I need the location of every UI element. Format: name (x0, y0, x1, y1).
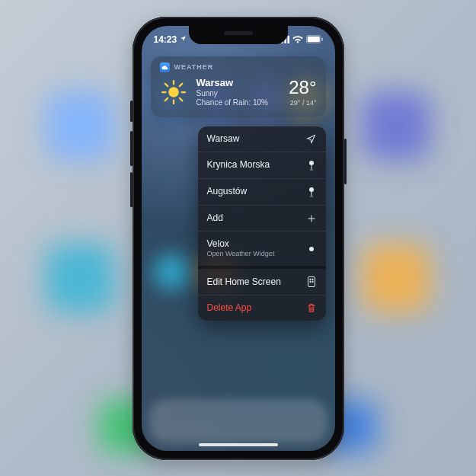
svg-point-25 (309, 279, 311, 280)
svg-point-7 (168, 87, 179, 97)
svg-line-13 (179, 98, 181, 101)
svg-line-15 (179, 84, 181, 86)
trash-icon (306, 303, 317, 313)
location-arrow-icon (306, 134, 317, 144)
menu-item-label: Augustów (207, 187, 248, 196)
menu-item-add[interactable]: Add (198, 206, 326, 232)
svg-rect-17 (311, 165, 311, 169)
svg-rect-3 (287, 36, 289, 43)
plus-icon (306, 214, 317, 223)
sun-icon (160, 78, 187, 106)
weather-temperature: 28° (289, 78, 316, 97)
widget-app-label: WEATHER (174, 63, 214, 71)
weather-rain-chance: Chance of Rain: 10% (196, 98, 280, 108)
screen: 14:23 (142, 26, 335, 451)
location-services-icon (180, 35, 187, 43)
dot-icon (306, 247, 317, 251)
svg-rect-20 (311, 191, 311, 196)
dock-blur (149, 399, 327, 443)
svg-rect-24 (308, 277, 315, 287)
pin-icon (306, 160, 317, 171)
notch (189, 26, 288, 44)
menu-item-label: Add (207, 213, 223, 223)
weather-condition: Sunny (196, 89, 280, 99)
menu-item-augustow[interactable]: Augustów (198, 179, 326, 206)
menu-item-velox[interactable]: Velox Open Weather Widget (198, 232, 326, 269)
menu-item-krynica[interactable]: Krynica Morska (198, 152, 326, 179)
weather-app-icon (160, 62, 170, 72)
svg-line-14 (165, 98, 167, 101)
svg-point-18 (309, 169, 313, 171)
context-menu: Warsaw Krynica Morska Augustów (198, 126, 326, 321)
wifi-icon (292, 36, 303, 43)
menu-item-label: Krynica Morska (207, 160, 270, 170)
svg-line-12 (165, 84, 167, 86)
status-time: 14:23 (154, 34, 177, 45)
menu-item-delete-app[interactable]: Delete App (198, 296, 326, 321)
weather-city: Warsaw (196, 77, 280, 89)
apps-icon (306, 276, 317, 287)
home-indicator[interactable] (199, 443, 278, 446)
menu-item-warsaw[interactable]: Warsaw (198, 126, 326, 152)
phone-frame: 14:23 (133, 17, 344, 460)
battery-icon (306, 35, 323, 43)
svg-rect-6 (321, 37, 323, 40)
menu-item-label: Delete App (207, 303, 252, 313)
menu-item-sublabel: Open Weather Widget (207, 251, 275, 258)
menu-item-label: Velox Open Weather Widget (207, 239, 275, 258)
svg-point-26 (311, 279, 313, 280)
menu-item-edit-home-screen[interactable]: Edit Home Screen (198, 269, 326, 296)
pin-icon (306, 187, 317, 197)
svg-point-27 (309, 281, 311, 283)
menu-item-label: Warsaw (207, 134, 240, 144)
svg-rect-5 (307, 37, 319, 43)
weather-high-low: 29° / 14° (289, 99, 316, 107)
svg-point-21 (309, 196, 313, 197)
svg-point-28 (311, 281, 313, 283)
weather-widget[interactable]: WEATHER Warsaw Sunny Chance of Rain: 10%… (151, 56, 326, 117)
menu-item-label: Edit Home Screen (207, 277, 281, 287)
